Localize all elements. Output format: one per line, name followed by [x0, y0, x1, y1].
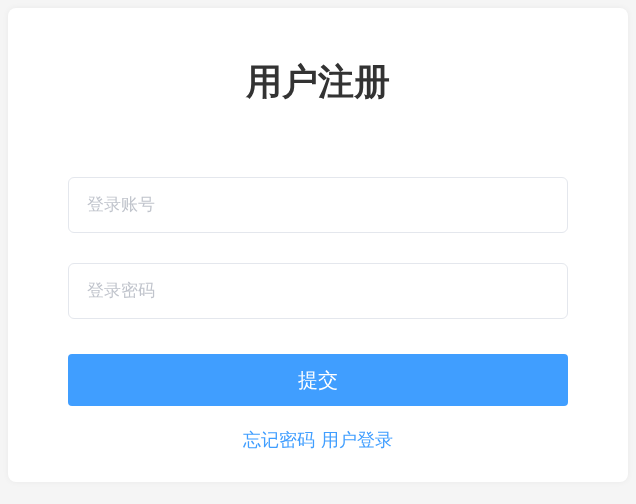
register-card: 用户注册 提交 忘记密码 用户登录 [8, 8, 628, 482]
password-input[interactable] [68, 263, 568, 319]
submit-button[interactable]: 提交 [68, 354, 568, 406]
password-field-group [68, 263, 568, 319]
account-input[interactable] [68, 177, 568, 233]
account-field-group [68, 177, 568, 233]
forgot-password-link[interactable]: 忘记密码 [243, 430, 315, 450]
page-title: 用户注册 [68, 58, 568, 107]
login-link[interactable]: 用户登录 [321, 430, 393, 450]
footer-links: 忘记密码 用户登录 [68, 428, 568, 452]
